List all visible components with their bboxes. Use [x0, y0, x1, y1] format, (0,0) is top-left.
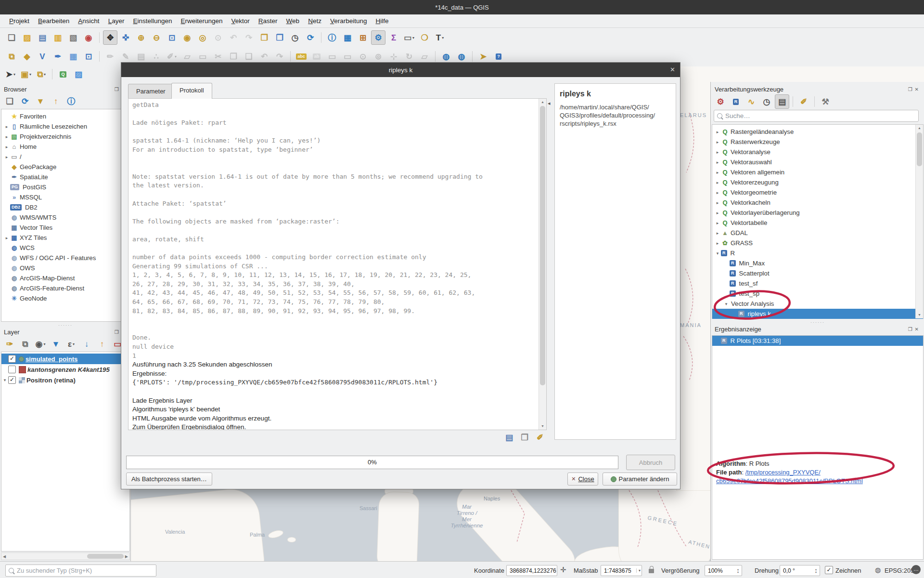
toolbox-item-scatterplot[interactable]: RScatterplot [712, 268, 923, 278]
browser-item-ows[interactable]: ◍OWS [1, 263, 129, 273]
new-spatialite-layer-button[interactable]: ✒ [51, 49, 65, 64]
open-layer-styling-button[interactable]: ✑ [2, 337, 17, 351]
new-script-button[interactable]: ⚙ [713, 94, 728, 109]
locator-search-input[interactable]: Zu suchender Typ (Strg+K) [5, 565, 156, 577]
browser-item-home[interactable]: ▸⌂Home [1, 142, 129, 152]
layer-labeling-button[interactable]: abc [294, 49, 308, 64]
scroll-right-icon[interactable]: ▶ [125, 553, 128, 560]
processing-toolbox-button[interactable]: ⚙ [371, 30, 385, 45]
browser-item-wfs[interactable]: ◍WFS / OGC API - Features [1, 253, 129, 263]
new-shapefile-layer-button[interactable]: V [35, 49, 50, 64]
browser-item-geopackage[interactable]: ◆GeoPackage [1, 162, 129, 172]
toolbox-item-ripleys-k[interactable]: Rripleys k [712, 309, 923, 319]
tab-protokoll[interactable]: Protokoll [171, 83, 212, 99]
new-geopackage-layer-button[interactable]: ◆ [20, 49, 34, 64]
vscroll-thumb[interactable] [540, 106, 545, 385]
new-virtual-layer-button[interactable]: ⊡ [81, 49, 96, 64]
temporal-controller-button[interactable]: ◷ [288, 30, 302, 45]
new-bookmark-button[interactable]: ❐ [257, 30, 271, 45]
expander-icon[interactable]: ▾ [723, 302, 730, 306]
save-project-as-button[interactable]: ▥ [51, 30, 65, 45]
toolbox-item-vektorlayerueberlagerung[interactable]: ▸QVektorlayerüberlagerung [712, 208, 923, 218]
duplicate-layer-button[interactable]: ⧉ [4, 49, 19, 64]
render-checkbox[interactable]: ✓ [825, 566, 833, 574]
collapse-all-layers-button[interactable]: ↑ [95, 337, 109, 351]
browser-item-postgis[interactable]: PGPostGIS [1, 182, 129, 192]
expander-icon[interactable]: ▸ [3, 155, 10, 159]
browser-item-vector-tiles[interactable]: ▦Vector Tiles [1, 223, 129, 233]
statistics-summary-button[interactable]: Σ [386, 30, 401, 45]
menu-layer[interactable]: Layer [104, 15, 129, 26]
expander-icon[interactable]: ▸ [3, 144, 10, 149]
browser-item-arcgis-feature-dienst[interactable]: ◍ArcGIS-Feature-Dienst [1, 283, 129, 293]
new-print-layout-button[interactable]: ▧ [66, 30, 80, 45]
refresh-browser-button[interactable]: ⟳ [18, 94, 32, 108]
expander-icon[interactable]: ▸ [3, 236, 10, 240]
expander-icon[interactable]: ▸ [714, 241, 721, 246]
expander-icon[interactable]: ▸ [714, 150, 721, 155]
options-button[interactable]: ⚒ [818, 94, 833, 109]
close-panel-icon[interactable]: ✕ [915, 87, 919, 92]
close-panel-icon[interactable]: ✕ [915, 327, 919, 332]
add-group-button[interactable]: ⧉ [18, 337, 32, 351]
toolbox-item-grass[interactable]: ▸✿GRASS [712, 238, 923, 248]
select-by-form-button[interactable]: ▣▾ [19, 67, 33, 81]
browser-item-geonode[interactable]: ✳GeoNode [1, 293, 129, 303]
manage-map-themes-button[interactable]: ◉▾ [33, 337, 48, 351]
menu-einstellungen[interactable]: Einstellungen [128, 15, 176, 26]
r-scripts-button[interactable]: R [729, 94, 743, 109]
expander-icon[interactable]: ▸ [714, 170, 721, 175]
show-bookmarks-button[interactable]: ❐ [272, 30, 287, 45]
osm-place-search-button[interactable]: Q [56, 67, 70, 81]
expander-icon[interactable]: ▸ [714, 180, 721, 185]
filter-by-expression-button[interactable]: ε▾ [64, 337, 78, 351]
menu-bearbeiten[interactable]: Bearbeiten [34, 15, 74, 26]
pan-map-button[interactable]: ✥ [103, 30, 117, 45]
metasearch-services-button[interactable]: ◍ [454, 49, 469, 64]
log-output[interactable]: getData Lade nötiges Paket: rpart spatst… [128, 98, 547, 430]
browser-item-arcgis-map-dienst[interactable]: ◍ArcGIS-Map-Dienst [1, 273, 129, 283]
collapse-all-button[interactable]: ↑ [49, 94, 63, 108]
browser-item-db2[interactable]: DB2DB2 [1, 202, 129, 212]
expand-all-layers-button[interactable]: ↓ [79, 337, 94, 351]
save-log-button[interactable]: ▤ [502, 430, 516, 445]
new-report-button[interactable]: ◉ [81, 30, 96, 45]
new-project-button[interactable]: ❏ [4, 30, 19, 45]
results-viewer-button[interactable]: ▤ [775, 94, 789, 109]
field-calculator-button[interactable]: ⊞ [356, 30, 370, 45]
menu-netz[interactable]: Netz [304, 15, 326, 26]
metasearch-catalog-button[interactable]: ◍ [439, 49, 453, 64]
toolbox-vscrollbar[interactable]: ▲ ▼ [915, 125, 923, 318]
layer-visibility-checkbox[interactable] [8, 366, 16, 373]
toolbox-item-r[interactable]: ▾RR [712, 248, 923, 258]
browser-item-wcs[interactable]: ◍WCS [1, 243, 129, 253]
hscroll-thumb[interactable] [87, 554, 124, 559]
expander-icon[interactable]: ▸ [714, 221, 721, 225]
expander-icon[interactable]: ▾ [714, 251, 721, 256]
menu-web[interactable]: Web [282, 15, 304, 26]
layer-item-positron-retina[interactable]: ▾✓Positron (retina) [1, 375, 129, 385]
zoom-in-button[interactable]: ⊕ [134, 30, 148, 45]
dock-panel-icon[interactable]: ❐ [908, 327, 912, 332]
open-project-button[interactable]: ▨ [20, 30, 34, 45]
scroll-left-icon[interactable]: ◀ [3, 553, 6, 560]
expander-icon[interactable]: ▾ [1, 378, 8, 382]
help-button[interactable]: ? [491, 49, 506, 64]
dock-panel-icon[interactable]: ❐ [908, 87, 912, 92]
browser-item-root[interactable]: ▸▭/ [1, 152, 129, 162]
filter-legend-button[interactable]: ▼ [49, 337, 63, 351]
menu-raster[interactable]: Raster [254, 15, 282, 26]
zoom-full-button[interactable]: ⊡ [165, 30, 179, 45]
menu-ansicht[interactable]: Ansicht [74, 15, 103, 26]
browser-item-projektverzeichnis[interactable]: ▸▧Projektverzeichnis [1, 131, 129, 142]
layer-panel-hscrollbar[interactable]: ◀ ▶ [1, 552, 130, 560]
layer-item-kantonsgrenzen[interactable]: kantonsgrenzen K4kant195 [1, 364, 129, 375]
browser-item-mssql[interactable]: »MSSQL [1, 192, 129, 202]
expander-icon[interactable]: ▸ [714, 130, 721, 134]
toolbox-item-vektorerzeugung[interactable]: ▸QVektorerzeugung [712, 177, 923, 187]
identify-features-button[interactable]: ⓘ [325, 30, 339, 45]
lock-scale-icon[interactable] [649, 569, 654, 573]
browser-item-xyz-tiles[interactable]: ▸▦XYZ Tiles [1, 233, 129, 243]
spin-down-icon[interactable]: ▾ [815, 571, 817, 574]
text-annotation-button[interactable]: T▾ [433, 30, 447, 45]
